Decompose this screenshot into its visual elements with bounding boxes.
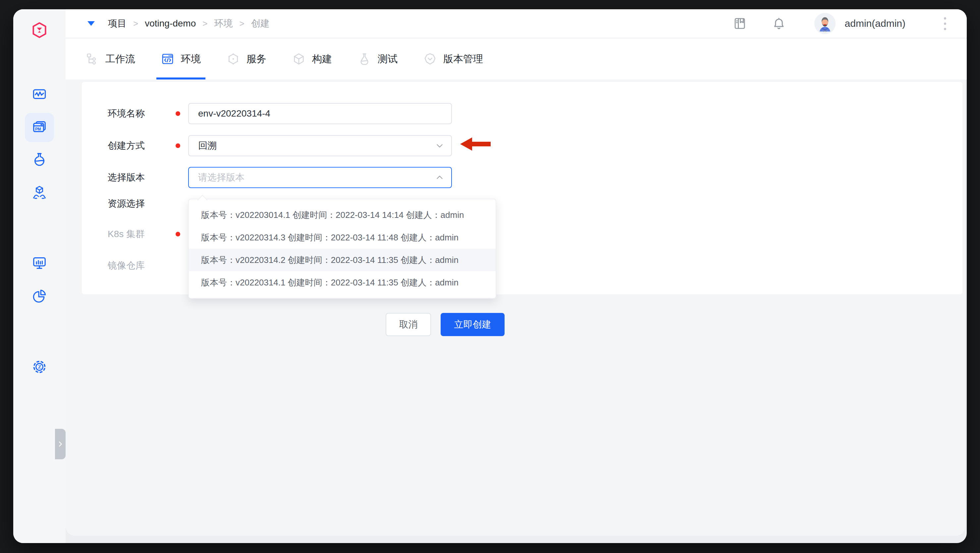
kebab-menu-icon[interactable]: [944, 17, 946, 30]
svg-text:PM: PM: [35, 127, 41, 132]
chevron-down-icon: [435, 141, 444, 150]
chevron-right-icon: [57, 440, 64, 448]
project-switcher-caret-icon[interactable]: [88, 21, 95, 26]
tab-workflow[interactable]: 工作流: [86, 38, 135, 79]
avatar[interactable]: [815, 13, 835, 34]
pie-chart-icon: [32, 288, 47, 305]
sidebar-item-dashboard[interactable]: [25, 81, 54, 110]
app-window: PM: [13, 9, 967, 543]
test-icon: [358, 52, 371, 65]
main-area: 项目 > voting-demo > 环境 > 创建: [65, 9, 967, 543]
breadcrumb: 项目 > voting-demo > 环境 > 创建: [108, 17, 270, 30]
form-actions: 取消 立即创建: [386, 313, 504, 336]
tab-test[interactable]: 测试: [358, 38, 398, 79]
build-icon: [292, 52, 305, 65]
chevron-up-icon: [435, 173, 444, 182]
version-option[interactable]: 版本号：v202203014.1 创建时间：2022-03-14 14:14 创…: [189, 203, 496, 226]
projects-icon: PM: [32, 119, 47, 136]
required-dot: [176, 232, 180, 237]
version-option[interactable]: 版本号：v20220314.2 创建时间：2022-03-14 11:35 创建…: [189, 249, 496, 271]
gear-icon: Z: [32, 359, 47, 376]
resource-label: 资源选择: [108, 198, 145, 210]
breadcrumb-separator: >: [239, 19, 244, 29]
breadcrumb-item-project-name[interactable]: voting-demo: [145, 18, 196, 29]
select-version-label: 选择版本: [108, 172, 145, 183]
version-option[interactable]: 版本号：v20220314.3 创建时间：2022-03-14 11:48 创建…: [189, 226, 496, 249]
version-dropdown: 版本号：v202203014.1 创建时间：2022-03-14 14:14 创…: [188, 199, 496, 299]
environment-icon: [161, 52, 174, 65]
docs-icon[interactable]: [733, 17, 747, 30]
svg-text:Z: Z: [38, 364, 41, 370]
version-option[interactable]: 版本号：v20220314.1 创建时间：2022-03-14 11:35 创建…: [189, 271, 496, 294]
create-method-label: 创建方式: [108, 140, 145, 152]
tab-label: 环境: [181, 52, 201, 66]
tab-release[interactable]: 版本管理: [423, 38, 483, 79]
release-icon: [423, 52, 437, 65]
tab-label: 版本管理: [443, 52, 483, 66]
breadcrumb-item-environment[interactable]: 环境: [214, 17, 232, 30]
image-registry-label: 镜像仓库: [108, 260, 145, 272]
sidebar-collapse-handle[interactable]: [55, 429, 65, 459]
tab-service[interactable]: 服务: [227, 38, 266, 79]
username[interactable]: admin(admin): [845, 18, 905, 29]
env-name-input[interactable]: [189, 108, 451, 119]
select-version-select[interactable]: 请选择版本: [188, 167, 452, 188]
tab-label: 测试: [378, 52, 398, 66]
tab-build[interactable]: 构建: [292, 38, 332, 79]
breadcrumb-separator: >: [133, 19, 138, 29]
env-name-label: 环境名称: [108, 108, 145, 119]
flask-icon: [32, 152, 47, 168]
sidebar-item-report[interactable]: [25, 282, 54, 311]
sidebar-item-delivery[interactable]: [25, 178, 54, 208]
sidebar: PM: [13, 9, 65, 543]
create-env-form-card: 环境名称 创建方式 回溯: [82, 82, 963, 294]
top-header: 项目 > voting-demo > 环境 > 创建: [65, 9, 967, 38]
sidebar-item-settings[interactable]: Z: [25, 353, 54, 382]
breadcrumb-item-create: 创建: [251, 17, 270, 30]
insight-icon: [32, 255, 47, 272]
select-version-placeholder: 请选择版本: [189, 171, 245, 184]
delivery-icon: [32, 185, 47, 201]
cancel-button[interactable]: 取消: [386, 313, 431, 336]
required-dot: [176, 143, 180, 148]
k8s-cluster-label: K8s 集群: [108, 228, 145, 240]
tab-label: 工作流: [105, 52, 135, 66]
tab-label: 构建: [312, 52, 332, 66]
content-body: 环境名称 创建方式 回溯: [65, 79, 965, 536]
sidebar-item-lab[interactable]: [25, 145, 54, 175]
workflow-icon: [86, 52, 99, 65]
create-button[interactable]: 立即创建: [441, 313, 504, 336]
tab-environment[interactable]: 环境: [161, 38, 201, 79]
zadig-logo-icon[interactable]: [31, 22, 48, 39]
breadcrumb-item-projects[interactable]: 项目: [108, 17, 127, 30]
tab-label: 服务: [247, 52, 266, 66]
create-method-value: 回溯: [189, 140, 217, 152]
create-method-select[interactable]: 回溯: [188, 135, 452, 156]
sidebar-item-insight[interactable]: [25, 249, 54, 278]
bell-icon[interactable]: [772, 17, 786, 30]
sidebar-item-projects[interactable]: PM: [25, 113, 54, 142]
required-dot: [176, 111, 180, 116]
project-tabbar: 工作流 环境: [65, 38, 967, 79]
screen: PM: [0, 0, 980, 553]
annotation-arrow-icon: [460, 137, 491, 151]
breadcrumb-separator: >: [202, 19, 207, 29]
service-icon: [227, 52, 240, 65]
header-actions: admin(admin): [733, 13, 967, 34]
env-name-field[interactable]: [188, 103, 452, 124]
dashboard-icon: [32, 87, 47, 103]
